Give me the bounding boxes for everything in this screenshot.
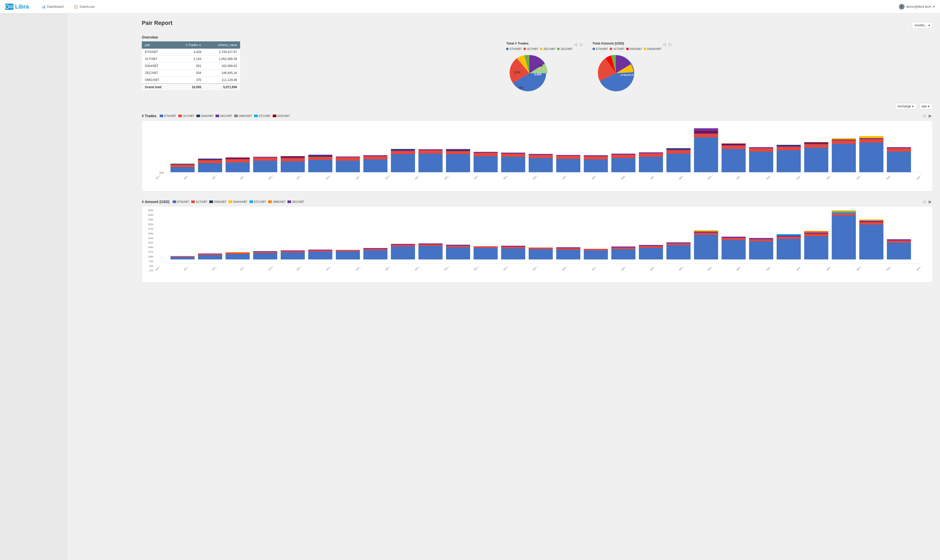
pie-charts-container: Total # Trades ETH/XBT XLT/XBT: [246, 42, 933, 95]
svg-rect-100: [887, 152, 911, 172]
svg-rect-176: [749, 242, 773, 260]
svg-rect-125: [253, 253, 277, 260]
avatar: 👤: [899, 4, 905, 9]
user-menu[interactable]: 👤 demo@libra.tech ▾: [899, 4, 935, 9]
trades-cell: 370: [174, 77, 205, 84]
amount-x-axis: Oct 1, 2017 Oct 3, 2017 Oct 5, 2017 Oct …: [155, 267, 930, 272]
svg-rect-30: [336, 161, 360, 172]
svg-rect-136: [363, 251, 387, 260]
svg-rect-178: [749, 238, 773, 239]
svg-rect-39: [391, 149, 415, 150]
svg-rect-167: [666, 243, 691, 245]
amount-y-axis: 383K 356K 328K 301K 274K 246K 219K 192K …: [142, 209, 154, 272]
months-filter[interactable]: months... ▾: [912, 22, 933, 29]
trades-bar-prev[interactable]: ◁: [922, 113, 926, 119]
svg-text:798: 798: [538, 65, 543, 67]
amount-pie-prev[interactable]: ◁: [662, 42, 667, 47]
pair-filter[interactable]: pair ▾: [920, 103, 933, 110]
amount-pie-next[interactable]: ▷: [668, 42, 673, 47]
svg-rect-135: [336, 250, 360, 251]
x-label: Oct 25, 2017: [503, 267, 514, 271]
svg-rect-51: [501, 154, 525, 157]
svg-rect-91: [804, 142, 828, 143]
y-label: 27K: [142, 269, 154, 272]
amount-legend-dsh: DSH/XBT: [626, 47, 642, 51]
svg-rect-98: [859, 138, 883, 139]
trades-cell: 2,154: [174, 55, 205, 63]
svg-rect-122: [226, 254, 250, 260]
dashboard-icon: 📊: [42, 5, 46, 9]
x-label: Nov 22, 2017: [916, 175, 928, 180]
svg-rect-41: [418, 150, 442, 154]
svg-rect-79: [722, 145, 746, 146]
svg-rect-126: [253, 252, 277, 253]
total-label-cell: Grand total: [142, 83, 174, 91]
user-menu-arrow: ▾: [933, 5, 935, 9]
svg-rect-21: [253, 157, 277, 157]
volume-cell: 111,129.48: [205, 77, 240, 84]
exchange-filter[interactable]: exchange ▾: [895, 103, 917, 110]
volume-cell: 1,052,908.39: [205, 55, 240, 63]
amount-label-xlt: XLT/XBT: [613, 47, 625, 51]
trades-pie-next[interactable]: ▷: [579, 42, 584, 47]
x-label: Nov 2, 2017: [621, 267, 631, 271]
svg-rect-69: [666, 150, 691, 154]
svg-rect-182: [777, 234, 801, 235]
svg-rect-49: [474, 152, 498, 153]
svg-rect-181: [777, 235, 801, 237]
svg-rect-67: [639, 152, 663, 153]
nav-gainloss[interactable]: 📋 Gain/Loss: [72, 3, 97, 10]
trades-pie-title: Total # Trades: [506, 42, 572, 45]
trades-label-xlt: XLT/XBT: [183, 114, 194, 117]
trades-pie-prev[interactable]: ◁: [573, 42, 578, 47]
amount-bar-section: # Amount (USD) ETH/XBT XLT/XBT DSH/XB: [142, 198, 933, 283]
svg-rect-44: [446, 151, 470, 154]
sort-arrow: ▼: [199, 44, 201, 46]
nav-dashboard[interactable]: 📊 Dashboard: [39, 3, 66, 10]
col-trades[interactable]: # Trades ▼: [174, 42, 205, 49]
trades-bar-section: # Trades ETH/XBT XLT/XBT DSH/XBT: [142, 113, 933, 191]
logo: Libra: [5, 3, 29, 10]
amount-bar-prev[interactable]: ◁: [922, 198, 926, 205]
amount-bar-legend: ETH/XBT XLT/XBT DSH/XBT DASH/XBT: [172, 200, 304, 203]
svg-rect-23: [281, 158, 305, 162]
svg-rect-26: [308, 160, 332, 172]
amount-legend-xlt-label: XLT/XBT: [196, 200, 207, 203]
svg-rect-11: [198, 163, 222, 172]
table-row: ETH/XBT 4,428 2,748,437.67: [142, 49, 240, 55]
svg-rect-81: [749, 152, 773, 172]
amount-bar-next[interactable]: ▶: [928, 198, 933, 205]
amount-color-eth: [172, 200, 176, 203]
volume-cell: 2,748,437.67: [205, 49, 240, 55]
svg-rect-86: [777, 146, 801, 147]
svg-rect-164: [639, 246, 663, 248]
svg-rect-165: [639, 245, 663, 246]
svg-rect-14: [198, 158, 222, 159]
x-label: Oct 17, 2017: [385, 175, 396, 180]
svg-rect-45: [446, 150, 470, 151]
svg-rect-195: [887, 243, 911, 260]
trades-label-eth: ETH/XBT: [164, 114, 176, 117]
amount-legend-xmr-label: XMR/XBT: [273, 200, 285, 203]
trades-bar-next[interactable]: ▶: [928, 113, 933, 119]
svg-rect-95: [832, 138, 856, 139]
svg-rect-147: [446, 245, 470, 246]
svg-rect-96: [859, 143, 883, 172]
legend-item-zec: ZEC/XBT: [557, 47, 572, 51]
y-label: 274K: [142, 228, 154, 230]
x-label: Nov 14, 2017: [796, 175, 808, 180]
svg-rect-188: [832, 213, 856, 215]
svg-rect-121: [198, 254, 222, 254]
pair-cell: ZEC/XBT: [142, 69, 174, 77]
svg-rect-155: [556, 250, 580, 260]
chart-filters: exchange ▾ pair ▾: [142, 103, 933, 110]
trades-color-dsh: [196, 115, 200, 117]
volume-cell: 146,945.16: [205, 69, 240, 77]
x-label: Oct 31, 2017: [591, 267, 603, 271]
pair-filter-arrow: ▾: [928, 105, 929, 108]
svg-rect-123: [226, 253, 250, 254]
x-label: Oct 15, 2017: [355, 267, 367, 271]
months-filter-label: months...: [915, 23, 927, 27]
svg-rect-118: [171, 256, 195, 257]
x-label: Oct 9, 2017: [268, 267, 278, 271]
